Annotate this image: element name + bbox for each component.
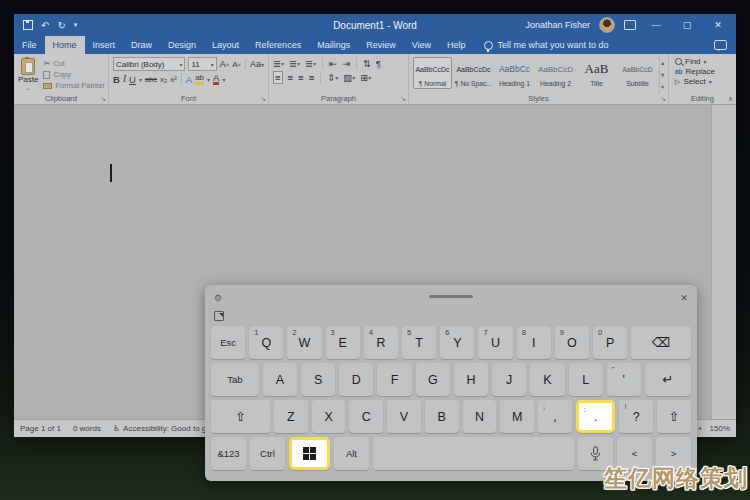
key-comma[interactable]: ;,: [538, 400, 572, 433]
key-w[interactable]: 2W: [287, 326, 321, 359]
paste-button[interactable]: Paste ⌄: [18, 57, 38, 93]
key-k[interactable]: K: [530, 363, 564, 396]
avatar[interactable]: [599, 17, 615, 33]
show-hide-marks-button[interactable]: ¶: [376, 58, 381, 69]
key-x[interactable]: X: [312, 400, 346, 433]
page-count[interactable]: Page 1 of 1: [20, 424, 61, 433]
key-y[interactable]: 6Y: [440, 326, 474, 359]
tab-file[interactable]: File: [14, 36, 45, 54]
key-s[interactable]: S: [301, 363, 335, 396]
text-effects-button[interactable]: A: [186, 74, 192, 85]
key-space[interactable]: [373, 437, 574, 470]
zoom-in-button[interactable]: +: [698, 424, 703, 433]
key-symbols[interactable]: &123: [211, 437, 246, 470]
key-tab[interactable]: Tab: [211, 363, 259, 396]
underline-dropdown-icon[interactable]: ▾: [139, 76, 142, 83]
key-enter[interactable]: ↵: [645, 363, 691, 396]
font-size-select[interactable]: 11 ▾: [188, 57, 216, 71]
vertical-scrollbar[interactable]: [711, 105, 736, 419]
styles-dialog-launcher-icon[interactable]: ↘: [660, 95, 666, 103]
bold-button[interactable]: B: [113, 74, 120, 85]
key-p[interactable]: 0P: [593, 326, 627, 359]
shrink-font-button[interactable]: A˅: [232, 60, 241, 69]
justify-button[interactable]: ≡: [309, 72, 315, 83]
style-heading-1[interactable]: AaBbCcHeading 1: [495, 57, 534, 89]
key-i[interactable]: 8I: [517, 326, 551, 359]
keyboard-settings-icon[interactable]: ⚙: [214, 293, 222, 303]
key-shift-right[interactable]: ⇧: [657, 400, 691, 433]
format-painter-button[interactable]: Format Painter: [43, 81, 105, 90]
align-center-button[interactable]: ≡: [288, 72, 294, 83]
style-title[interactable]: AaBTitle: [577, 57, 616, 89]
key-r[interactable]: 4R: [364, 326, 398, 359]
grow-font-button[interactable]: A˄: [220, 59, 230, 69]
increase-indent-button[interactable]: ⇥: [342, 58, 350, 69]
undo-icon[interactable]: ↶: [41, 20, 49, 31]
font-color-button[interactable]: A: [213, 74, 219, 85]
redo-icon[interactable]: ↻: [57, 20, 65, 31]
key-ctrl[interactable]: Ctrl: [250, 437, 285, 470]
key-v[interactable]: V: [387, 400, 421, 433]
align-right-button[interactable]: ≡: [298, 72, 304, 83]
tab-references[interactable]: References: [247, 36, 309, 54]
paste-dropdown-icon[interactable]: ⌄: [26, 84, 31, 91]
replace-button[interactable]: ab Replace: [675, 67, 732, 76]
find-button[interactable]: Find ▾: [675, 57, 732, 66]
key-o[interactable]: 9O: [555, 326, 589, 359]
key-b[interactable]: B: [425, 400, 459, 433]
close-button[interactable]: ✕: [707, 20, 729, 30]
tab-view[interactable]: View: [404, 36, 439, 54]
key-e[interactable]: 3E: [326, 326, 360, 359]
align-left-button[interactable]: ≡: [273, 71, 283, 84]
key-d[interactable]: D: [339, 363, 373, 396]
font-name-select[interactable]: Calibri (Body) ▾: [113, 57, 185, 71]
key-shift-left[interactable]: ⇧: [211, 400, 270, 433]
style-subtitle[interactable]: AaBbCcDSubtitle: [618, 57, 657, 89]
tab-insert[interactable]: Insert: [85, 36, 124, 54]
key-period[interactable]: :.: [576, 400, 616, 433]
styles-gallery-scroll[interactable]: ▲ ▼ ▾: [659, 57, 665, 93]
tab-mailings[interactable]: Mailings: [309, 36, 358, 54]
tab-home[interactable]: Home: [45, 36, 85, 54]
word-count[interactable]: 0 words: [73, 424, 101, 433]
tab-draw[interactable]: Draw: [123, 36, 160, 54]
copy-button[interactable]: Copy: [43, 70, 105, 79]
tab-help[interactable]: Help: [439, 36, 474, 54]
change-case-button[interactable]: Aa▾: [250, 59, 264, 69]
tab-review[interactable]: Review: [358, 36, 404, 54]
bullets-button[interactable]: ≣▾: [273, 58, 284, 69]
paragraph-dialog-launcher-icon[interactable]: ↘: [400, 95, 406, 103]
key-n[interactable]: N: [463, 400, 497, 433]
styles-more-icon[interactable]: ▾: [661, 84, 664, 90]
key-q[interactable]: 1Q: [249, 326, 283, 359]
key-u[interactable]: 7U: [478, 326, 512, 359]
cut-button[interactable]: ✂ Cut: [43, 59, 105, 68]
shading-button[interactable]: ▨▾: [343, 72, 355, 83]
key-m[interactable]: M: [500, 400, 534, 433]
comments-icon[interactable]: [714, 40, 727, 50]
keyboard-drag-handle[interactable]: [429, 295, 473, 298]
tab-design[interactable]: Design: [160, 36, 204, 54]
styles-scroll-down-icon[interactable]: ▼: [660, 72, 665, 78]
line-spacing-button[interactable]: ⇕▾: [327, 72, 338, 83]
key-l[interactable]: L: [569, 363, 603, 396]
accessibility-status[interactable]: ♿ Accessibility: Good to go: [113, 424, 211, 433]
key-backspace[interactable]: ⌫: [631, 326, 691, 359]
highlight-button[interactable]: ab: [195, 74, 204, 85]
save-icon[interactable]: [23, 20, 33, 30]
superscript-button[interactable]: x²: [170, 75, 177, 84]
key-question[interactable]: !?: [619, 400, 653, 433]
underline-button[interactable]: U: [129, 74, 136, 85]
customize-qat-icon[interactable]: ▾: [74, 21, 78, 29]
style-heading-2[interactable]: AaBbCcDHeading 2: [536, 57, 575, 89]
tab-layout[interactable]: Layout: [204, 36, 247, 54]
zoom-level[interactable]: 150%: [710, 424, 730, 433]
account-name[interactable]: Jonathan Fisher: [525, 20, 590, 30]
maximize-button[interactable]: ▢: [676, 20, 698, 30]
borders-button[interactable]: ⊞▾: [360, 72, 371, 83]
keyboard-dock-icon[interactable]: [214, 311, 224, 321]
subscript-button[interactable]: x₂: [160, 75, 167, 84]
key-j[interactable]: J: [492, 363, 526, 396]
style-no-spac[interactable]: AaBbCcDc¶ No Spac...: [454, 57, 493, 89]
styles-scroll-up-icon[interactable]: ▲: [660, 60, 665, 66]
